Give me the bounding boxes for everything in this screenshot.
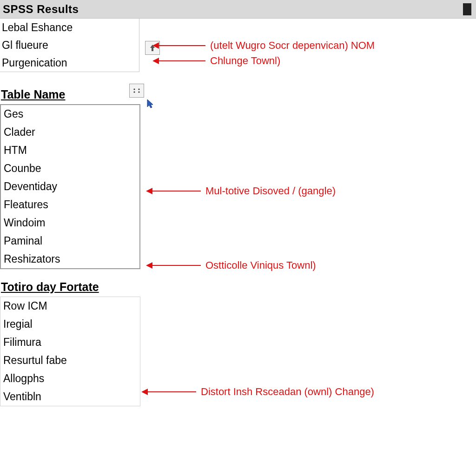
top-options-list: Lebal Eshance Gl flueure Purgenication [0, 19, 139, 72]
list-item-label: Fleatures [4, 198, 48, 211]
list-item-label: HTM [4, 144, 27, 157]
annotation: (utelt Wugro Socr depenvican) NOM [153, 40, 375, 52]
window-title: SPSS Results [3, 3, 79, 16]
list-item-label: Iregial [3, 318, 33, 331]
list-item-label: Resurtul fabe [3, 354, 67, 367]
more-options-button[interactable] [129, 84, 144, 98]
list-item-label: Row ICM [3, 300, 47, 312]
list-item[interactable]: Ventibln [0, 388, 140, 406]
list-item-label: Lebal Eshance [2, 21, 73, 34]
annotation: Ostticolle Viniqus Townl) [147, 259, 316, 271]
list-item[interactable]: Reshizators [1, 250, 139, 268]
annotation: Mul-totive Disoved / (gangle) [147, 185, 336, 197]
cursor-icon [146, 99, 155, 111]
list-item[interactable]: Allogphs [0, 370, 140, 388]
list-item-label: Counbe [4, 162, 41, 175]
svg-point-1 [138, 88, 139, 90]
list-item-label: Filimura [3, 336, 41, 349]
list-item[interactable]: Iregial [0, 315, 140, 333]
list-item[interactable]: Ges [1, 105, 139, 123]
annotation-text: (utelt Wugro Socr depenvican) NOM [210, 40, 375, 52]
window-titlebar: SPSS Results [0, 0, 476, 19]
list-item-label: Gl flueure [2, 39, 48, 52]
table-name-list: Ges Clader HTM Counbe Deventiday Fleatur… [0, 104, 140, 269]
list-item[interactable]: Filimura [0, 333, 140, 351]
list-item[interactable]: Deventiday [1, 178, 139, 196]
list-item[interactable]: Fleatures [1, 196, 139, 214]
list-item-label: Ges [4, 108, 23, 120]
window-control-icon[interactable] [463, 3, 471, 15]
totiro-list: Row ICM Iregial Filimura Resurtul fabe A… [0, 297, 140, 406]
svg-point-0 [133, 88, 135, 90]
list-item[interactable]: Gl flueure [0, 36, 139, 54]
section-heading: Table Name [1, 88, 476, 101]
annotation: Chlunge Townl) [153, 55, 280, 67]
list-item[interactable]: Counbe [1, 159, 139, 178]
annotation: Distort Insh Rsceadan (ownl) Change) [142, 386, 374, 398]
section-table-name: Table Name Ges Clader HTM Counbe Deventi… [0, 88, 476, 269]
list-item[interactable]: Paminal [1, 232, 139, 250]
content-area: Lebal Eshance Gl flueure Purgenication (… [0, 19, 476, 406]
list-item-label: Allogphs [3, 372, 44, 385]
annotation-text: Ostticolle Viniqus Townl) [205, 259, 316, 271]
list-item-label: Deventiday [4, 180, 57, 193]
list-item-label: Paminal [4, 235, 42, 247]
list-item-label: Purgenication [2, 57, 67, 69]
annotation-text: Chlunge Townl) [210, 55, 280, 67]
list-item[interactable]: Resurtul fabe [0, 351, 140, 370]
dots-icon [132, 87, 141, 94]
list-item[interactable]: Lebal Eshance [0, 19, 139, 36]
list-item-label: Ventibln [3, 390, 41, 403]
list-item-label: Windoim [4, 217, 45, 229]
svg-point-2 [133, 91, 135, 93]
annotation-text: Mul-totive Disoved / (gangle) [205, 185, 336, 197]
list-item-label: Clader [4, 126, 35, 139]
svg-point-3 [138, 91, 139, 93]
annotation-text: Distort Insh Rsceadan (ownl) Change) [201, 386, 374, 398]
list-item[interactable]: Clader [1, 123, 139, 141]
list-item[interactable]: Windoim [1, 214, 139, 232]
section-heading: Totiro day Fortate [1, 280, 476, 294]
list-item[interactable]: Purgenication [0, 54, 139, 72]
list-item[interactable]: HTM [1, 141, 139, 159]
list-item-label: Reshizators [4, 253, 60, 265]
list-item[interactable]: Row ICM [0, 297, 140, 315]
